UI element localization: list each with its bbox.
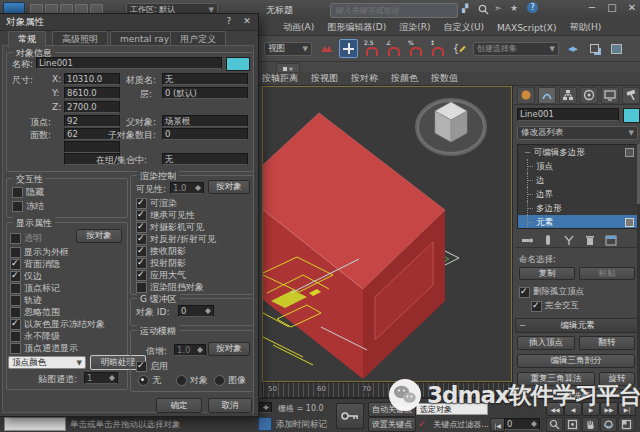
tab-user-defined[interactable]: 用户定义 (170, 31, 226, 46)
dialog-title-bar[interactable]: 对象属性 ? ✕ (0, 14, 258, 31)
edit-triangulation-button[interactable]: 编辑三角剖分 (517, 354, 635, 368)
snap-toggle-25-icon[interactable]: 2.5 (363, 40, 380, 57)
search-box[interactable] (330, 3, 458, 18)
checkbox[interactable] (10, 343, 21, 354)
prev-frame-button[interactable]: ◀ (564, 402, 582, 416)
menu-help[interactable]: 帮助(H) (569, 21, 601, 34)
tab-general[interactable]: 常规 (8, 31, 46, 47)
tab-utilities-icon[interactable] (622, 87, 640, 104)
checkbox[interactable] (10, 271, 21, 282)
tab-create-icon[interactable] (517, 87, 535, 104)
window-maximize-button[interactable]: □ (604, 2, 620, 13)
vertex-channel-display-checkbox[interactable]: 顶点通道显示 (10, 342, 78, 355)
retriangulate-button[interactable]: 重复三角算法 (517, 372, 595, 386)
paste-button[interactable]: 粘贴 (579, 267, 635, 280)
checkbox[interactable] (136, 222, 147, 233)
checkbox[interactable] (136, 270, 147, 281)
ribbon-tab-by-color[interactable]: 按颜色 (391, 72, 418, 85)
cancel-button[interactable]: 取消 (208, 398, 252, 413)
display-by-object-button[interactable]: 按对象 (76, 229, 122, 243)
radio[interactable] (176, 375, 187, 386)
view-reference-dropdown[interactable]: 视图▼ (264, 42, 312, 56)
set-key-mode-button[interactable]: 设置关键点 (368, 417, 416, 432)
vertex-color-dropdown[interactable]: 顶点颜色▼ (8, 356, 86, 369)
radio[interactable] (214, 375, 225, 386)
time-slider-spinner[interactable] (258, 402, 272, 413)
angle-snap-icon[interactable]: ∠ (385, 40, 402, 57)
checkbox[interactable] (10, 283, 21, 294)
mirror-icon[interactable]: ◀▶ (564, 40, 581, 57)
rollout-edit-elements[interactable]: −编辑元素 (515, 318, 640, 333)
dialog-help-button[interactable]: ? (222, 16, 236, 26)
ribbon-tab-by-numeric[interactable]: 按数值 (431, 72, 458, 85)
named-selection-set-dropdown[interactable]: 创建选择集▼ (473, 42, 559, 56)
checkbox[interactable] (10, 233, 21, 244)
checkbox[interactable] (10, 295, 21, 306)
hide-checkbox[interactable]: 隐藏 (12, 186, 44, 199)
dialog-close-button[interactable]: ✕ (240, 16, 254, 26)
tab-display-icon[interactable] (601, 87, 619, 104)
insert-vertex-button[interactable]: 插入顶点 (517, 336, 575, 350)
auto-key-button[interactable]: 自动关键点 (368, 402, 416, 417)
set-key-big-button[interactable] (336, 403, 364, 429)
go-to-start-button[interactable]: ◀◀ (546, 402, 564, 416)
checkbox[interactable] (519, 287, 530, 298)
object-name-field[interactable]: Line001 (517, 108, 619, 121)
tab-motion-icon[interactable] (580, 87, 598, 104)
community-icon[interactable]: ▞ (462, 4, 474, 13)
checkbox[interactable] (136, 198, 147, 209)
next-frame-button[interactable]: ▶▶ (600, 402, 618, 416)
timeline-track-bar[interactable]: 50 60 70 (262, 382, 512, 398)
checkbox[interactable] (136, 234, 147, 245)
selection-filter-dropdown[interactable]: 选定对象 (416, 403, 488, 415)
ribbon-tab-by-symmetry[interactable]: 按对称 (351, 72, 378, 85)
play-button[interactable]: ▶ (582, 402, 600, 416)
key-mode-toggle[interactable]: |◀ (490, 418, 505, 432)
edit-named-selections-icon[interactable]: { (451, 40, 468, 57)
checkbox[interactable] (136, 282, 147, 293)
isolate-selection-icon[interactable] (258, 417, 272, 431)
menu-animation[interactable]: 动画(A) (283, 21, 314, 34)
delete-isolated-vertices-checkbox[interactable]: 删除孤立顶点 (519, 286, 584, 298)
name-field[interactable]: Line001 (36, 57, 222, 69)
stack-item-element[interactable]: 元素 (518, 215, 637, 229)
checkbox[interactable] (136, 210, 147, 221)
pan-hand-icon[interactable] (582, 417, 599, 432)
checkbox[interactable] (10, 259, 21, 270)
object-color-swatch[interactable] (623, 108, 640, 123)
orbit-icon[interactable] (600, 417, 617, 432)
key-filters-button[interactable]: 关键点过滤器... (430, 417, 492, 432)
freeze-checkbox[interactable]: 冻结 (12, 200, 44, 213)
copy-button[interactable]: 复制 (519, 267, 575, 280)
tab-modify-icon[interactable] (538, 87, 556, 104)
make-unique-icon[interactable] (563, 234, 575, 246)
map-channel-spinner[interactable]: 1 (84, 372, 118, 384)
align-icon[interactable] (586, 40, 603, 57)
mb-by-object-button[interactable]: 按对象 (208, 342, 250, 356)
full-interactivity-checkbox[interactable]: 完全交互 (531, 300, 579, 312)
checkbox[interactable] (10, 247, 21, 258)
mb-image-radio[interactable]: 图像 (214, 374, 246, 387)
radio[interactable] (138, 375, 149, 386)
checkbox[interactable] (10, 307, 21, 318)
eye-icon[interactable] (625, 148, 634, 157)
stack-item-edge[interactable]: 边 (518, 173, 637, 187)
menu-customize[interactable]: 自定义(U) (443, 21, 484, 34)
viewport-perspective[interactable] (262, 86, 512, 382)
multiplier-spinner[interactable]: 1.0 (174, 344, 206, 356)
stack-item-vertex[interactable]: 顶点 (518, 159, 637, 173)
checkbox[interactable] (12, 187, 23, 198)
ok-button[interactable]: 确定 (156, 398, 202, 413)
object-color-swatch[interactable] (226, 57, 250, 71)
checkbox[interactable] (136, 361, 147, 372)
modifier-list-dropdown[interactable]: 修改器列表▼ (517, 126, 638, 140)
search-input[interactable] (333, 4, 455, 17)
visibility-spinner[interactable]: 1.0 (170, 182, 204, 194)
checkbox[interactable] (12, 201, 23, 212)
current-frame-field[interactable]: 0 (504, 418, 540, 430)
ribbon-tab-by-view[interactable]: 按视图 (311, 72, 338, 85)
search-icon[interactable] (478, 4, 489, 15)
object-id-spinner[interactable]: 0 (178, 305, 214, 317)
mb-object-radio[interactable]: 对象 (176, 374, 208, 387)
layer-manager-icon[interactable] (608, 40, 625, 57)
